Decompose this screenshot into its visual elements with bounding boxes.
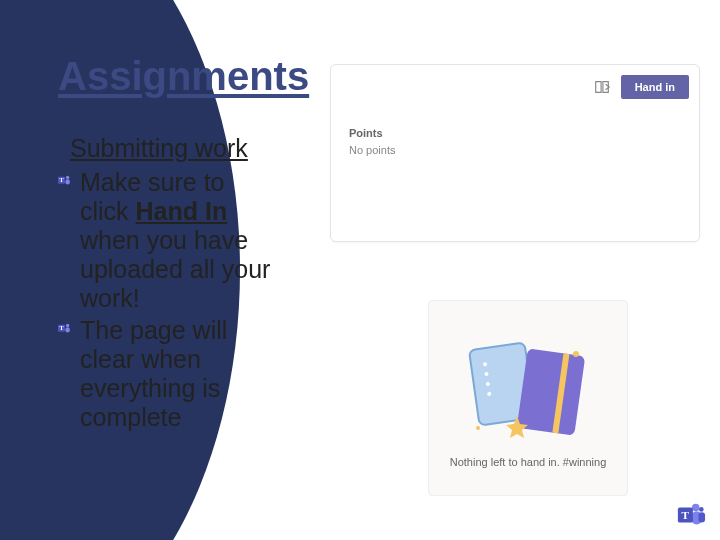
bullet-post: when you have uploaded all your work! [80, 226, 270, 312]
empty-state-caption: Nothing left to hand in. #winning [450, 456, 607, 468]
section-subhead: Submitting work [70, 134, 248, 163]
bullet-text: The page will clear when everything is c… [80, 316, 278, 432]
svg-point-17 [476, 426, 480, 430]
svg-rect-7 [65, 327, 69, 332]
svg-point-16 [573, 351, 579, 357]
svg-text:T: T [59, 325, 63, 331]
bullet-text: Make sure to click Hand In when you have… [80, 168, 278, 313]
assignment-card: Hand in Points No points [330, 64, 700, 242]
svg-point-20 [699, 507, 704, 512]
teams-mini-icon: T [58, 174, 72, 188]
assignment-card-header: Hand in [593, 75, 689, 99]
svg-point-18 [692, 504, 700, 512]
svg-point-2 [66, 176, 70, 180]
bullet-emph: Hand In [136, 197, 228, 225]
points-label: Points [349, 125, 395, 142]
svg-text:T: T [682, 509, 690, 521]
svg-point-6 [66, 324, 70, 328]
slide: Assignments Submitting work T Make sure … [0, 0, 720, 540]
svg-text:T: T [59, 177, 63, 183]
content-area: Assignments Submitting work T Make sure … [0, 0, 720, 540]
notebooks-illustration [458, 328, 598, 448]
empty-state-card: Nothing left to hand in. #winning [428, 300, 628, 496]
page-title: Assignments [58, 54, 309, 99]
points-value: No points [349, 142, 395, 159]
teams-logo-icon: T [676, 500, 706, 530]
points-block: Points No points [349, 125, 395, 158]
svg-rect-14 [517, 348, 586, 435]
svg-rect-3 [65, 179, 69, 184]
teams-mini-icon: T [58, 322, 72, 336]
bullet-item: T Make sure to click Hand In when you ha… [58, 168, 278, 313]
hand-in-button[interactable]: Hand in [621, 75, 689, 99]
immersive-reader-icon[interactable] [593, 78, 611, 96]
svg-rect-21 [699, 512, 706, 522]
bullet-item: T The page will clear when everything is… [58, 316, 278, 432]
